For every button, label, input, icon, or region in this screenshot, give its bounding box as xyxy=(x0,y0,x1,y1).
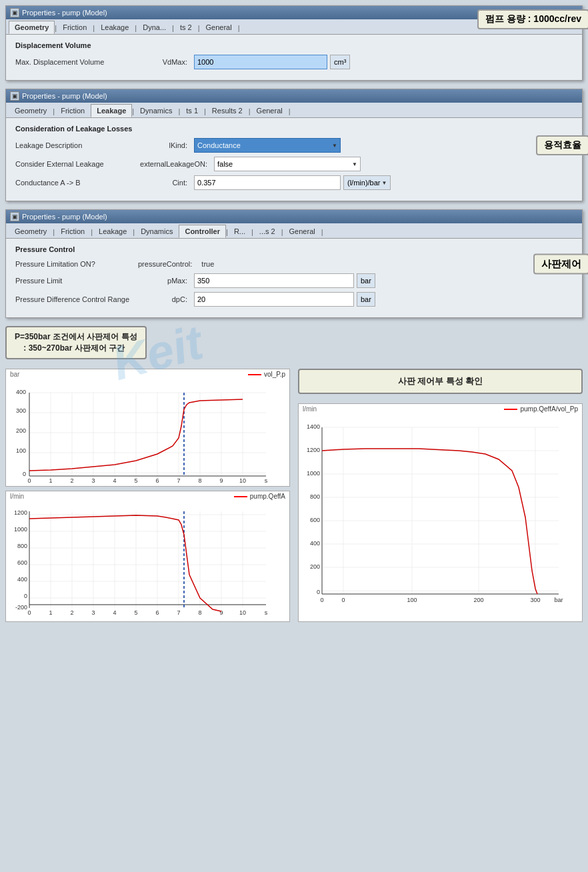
pmax-unit: bar xyxy=(357,273,375,288)
tab2-leakage[interactable]: Leakage xyxy=(91,104,132,117)
panel1-title: Properties - pump (Model) xyxy=(22,9,107,17)
svg-text:7: 7 xyxy=(177,477,180,484)
cint-name: Cint: xyxy=(138,179,191,187)
tab2-geometry[interactable]: Geometry xyxy=(9,104,53,117)
svg-text:400: 400 xyxy=(17,576,27,583)
panel1-section: Displacement Volume xyxy=(15,41,573,49)
panel2-titlebar: ▣ Properties - pump (Model) xyxy=(6,89,582,103)
tab2-general[interactable]: General xyxy=(251,104,289,117)
svg-text:300: 300 xyxy=(16,407,26,414)
field-row-pmax: Pressure Limit pMax: bar xyxy=(15,273,573,288)
tab3-dynamics[interactable]: Dynamics xyxy=(135,225,179,238)
tab-geometry[interactable]: Geometry xyxy=(9,21,55,34)
tab3-leakage[interactable]: Leakage xyxy=(93,225,133,238)
chart1-legend-line xyxy=(248,374,261,375)
tab2-ts1[interactable]: ts 1 xyxy=(180,104,204,117)
tab-general[interactable]: General xyxy=(200,21,238,34)
left-charts-col: bar vol_P.p xyxy=(5,369,290,622)
tab-ts2[interactable]: ts 2 xyxy=(174,21,198,34)
tab3-friction[interactable]: Friction xyxy=(55,225,91,238)
panel2-annotation-text: 용적효율 xyxy=(544,139,581,150)
charts-section: bar vol_P.p xyxy=(5,369,583,622)
svg-text:s: s xyxy=(265,477,268,484)
tab2-results2[interactable]: Results 2 xyxy=(206,104,249,117)
external-select[interactable]: false ▼ xyxy=(214,157,361,171)
field-row-cint: Conductance A -> B Cint: (l/min)/bar ▼ xyxy=(15,175,573,190)
dpc-label: Pressure Difference Control Range xyxy=(15,295,135,303)
panel1-icon: ▣ xyxy=(10,8,19,17)
svg-text:1: 1 xyxy=(49,477,52,484)
panel3-title: Properties - pump (Model) xyxy=(22,213,107,221)
pmax-name: pMax: xyxy=(138,277,191,285)
panel2-title: Properties - pump (Model) xyxy=(22,92,107,100)
vdmax-label: Max. Displacement Volume xyxy=(15,58,135,66)
tab-friction[interactable]: Friction xyxy=(57,21,93,34)
svg-text:0: 0 xyxy=(317,589,320,595)
svg-text:100: 100 xyxy=(407,597,417,603)
panel3: ▣ Properties - pump (Model) Geometry | F… xyxy=(5,209,583,318)
right-charts-col: 사판 제어부 특성 확인 l/min pump.QeffA/vol_Pp xyxy=(298,369,583,622)
svg-text:400: 400 xyxy=(310,540,320,547)
lkind-name: lKind: xyxy=(138,141,191,149)
cint-label: Conductance A -> B xyxy=(15,179,135,187)
panel3-content: Pressure Control Pressure Limitation ON?… xyxy=(6,239,582,317)
tab3-general[interactable]: General xyxy=(283,225,321,238)
presslimit-name: pressureControl: xyxy=(138,260,196,268)
chart1-legend-text: vol_P.p xyxy=(264,371,285,378)
panel3-section: Pressure Control xyxy=(15,245,573,253)
panel3-tabs: Geometry | Friction | Leakage | Dynamics… xyxy=(6,223,582,239)
svg-text:8: 8 xyxy=(198,477,201,484)
svg-text:0: 0 xyxy=(24,593,27,599)
field-row-presslimit: Pressure Limitation ON? pressureControl:… xyxy=(15,259,573,269)
svg-text:800: 800 xyxy=(17,543,27,549)
svg-text:0: 0 xyxy=(27,609,31,616)
svg-text:2: 2 xyxy=(70,609,73,616)
chart2-legend-text: pump.QeffA xyxy=(250,493,285,500)
svg-text:1200: 1200 xyxy=(307,447,320,453)
panel3-annotation-text: 사판제어 xyxy=(541,257,581,269)
chart3-ylabel: l/min xyxy=(303,405,317,413)
svg-text:8: 8 xyxy=(198,609,201,616)
field-row-vdmax: Max. Displacement Volume VdMax: cm³ xyxy=(15,55,573,69)
external-label: Consider External Leakage xyxy=(15,160,135,168)
tab2-dynamics[interactable]: Dynamics xyxy=(134,104,178,117)
vdmax-input[interactable] xyxy=(194,55,327,69)
svg-text:200: 200 xyxy=(310,563,320,570)
field-row-dpc: Pressure Difference Control Range dpC: b… xyxy=(15,292,573,307)
lkind-select[interactable]: Conductance ▼ xyxy=(194,138,341,153)
panel2-tabs: Geometry | Friction Leakage | Dynamics |… xyxy=(6,103,582,118)
svg-text:bar: bar xyxy=(554,597,563,603)
tab3-s2[interactable]: ...s 2 xyxy=(253,225,281,238)
tab-leakage[interactable]: Leakage xyxy=(95,21,135,34)
chart3: l/min pump.QeffA/vol_Pp xyxy=(298,403,583,622)
chart1-svg: 0 100 200 300 400 0 1 2 3 4 5 6 7 xyxy=(6,379,273,486)
tab3-r[interactable]: R... xyxy=(228,225,251,238)
cint-input[interactable] xyxy=(194,175,341,190)
tab2-friction[interactable]: Friction xyxy=(55,104,91,117)
svg-text:5: 5 xyxy=(134,609,137,616)
tab3-controller[interactable]: Controller xyxy=(179,225,226,238)
panel2-wrapper: ▣ Properties - pump (Model) Geometry | F… xyxy=(5,89,583,201)
presslimit-label: Pressure Limitation ON? xyxy=(15,260,135,268)
chart2-title-row: l/min pump.QeffA xyxy=(6,491,289,501)
panel2: ▣ Properties - pump (Model) Geometry | F… xyxy=(5,89,583,201)
svg-text:0: 0 xyxy=(23,471,26,477)
panel1-annotation-text: 펌프 용량 : 1000cc/rev xyxy=(485,13,581,24)
pmax-label: Pressure Limit xyxy=(15,277,135,285)
sapan-annotation: 사판 제어부 특성 확인 xyxy=(298,369,583,394)
chart3-legend-line xyxy=(504,409,517,410)
svg-text:9: 9 xyxy=(219,477,223,484)
panel1-content: Displacement Volume Max. Displacement Vo… xyxy=(6,35,582,80)
svg-text:3: 3 xyxy=(91,609,95,616)
panel1-wrapper: ▣ Properties - pump (Model) Geometry | F… xyxy=(5,5,583,81)
chart2: l/min pump.QeffA xyxy=(5,491,290,622)
svg-text:400: 400 xyxy=(16,389,26,395)
dpc-input[interactable] xyxy=(194,292,354,307)
svg-text:1: 1 xyxy=(49,609,52,616)
svg-text:6: 6 xyxy=(155,477,159,484)
cint-unit[interactable]: (l/min)/bar ▼ xyxy=(343,175,391,190)
tab-dynamics[interactable]: Dyna... xyxy=(137,21,172,34)
tab3-geometry[interactable]: Geometry xyxy=(9,225,53,238)
svg-text:4: 4 xyxy=(113,477,116,484)
pmax-input[interactable] xyxy=(194,273,354,288)
